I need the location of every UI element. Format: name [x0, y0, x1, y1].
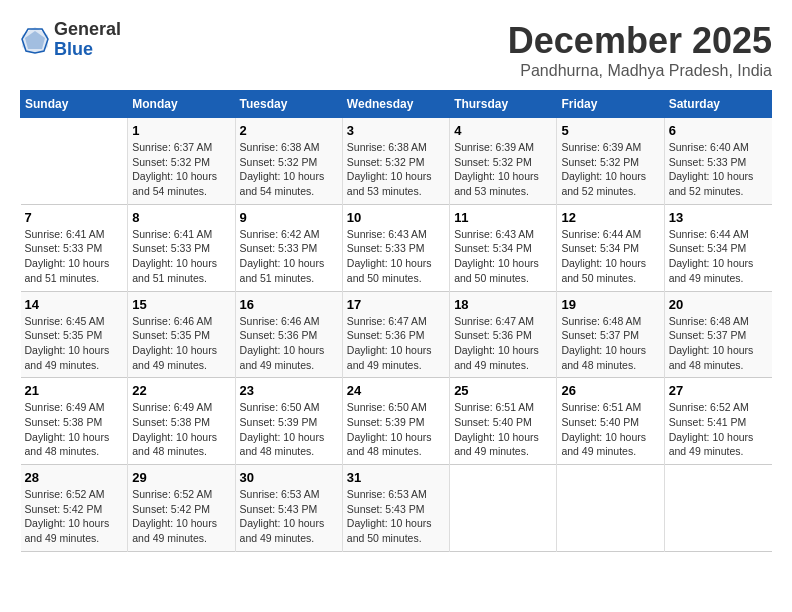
day-info: Sunrise: 6:44 AMSunset: 5:34 PMDaylight:…: [561, 227, 659, 286]
day-info: Sunrise: 6:47 AMSunset: 5:36 PMDaylight:…: [347, 314, 445, 373]
calendar-cell: [450, 465, 557, 552]
day-info: Sunrise: 6:47 AMSunset: 5:36 PMDaylight:…: [454, 314, 552, 373]
calendar-cell: 2Sunrise: 6:38 AMSunset: 5:32 PMDaylight…: [235, 118, 342, 205]
calendar-cell: 24Sunrise: 6:50 AMSunset: 5:39 PMDayligh…: [342, 378, 449, 465]
calendar-week-row: 14Sunrise: 6:45 AMSunset: 5:35 PMDayligh…: [21, 291, 772, 378]
day-header-friday: Friday: [557, 91, 664, 118]
day-info: Sunrise: 6:50 AMSunset: 5:39 PMDaylight:…: [347, 400, 445, 459]
day-number: 19: [561, 297, 659, 312]
day-number: 29: [132, 470, 230, 485]
day-number: 30: [240, 470, 338, 485]
calendar-cell: 26Sunrise: 6:51 AMSunset: 5:40 PMDayligh…: [557, 378, 664, 465]
day-header-monday: Monday: [128, 91, 235, 118]
day-number: 27: [669, 383, 768, 398]
day-info: Sunrise: 6:51 AMSunset: 5:40 PMDaylight:…: [561, 400, 659, 459]
day-info: Sunrise: 6:48 AMSunset: 5:37 PMDaylight:…: [669, 314, 768, 373]
day-info: Sunrise: 6:41 AMSunset: 5:33 PMDaylight:…: [132, 227, 230, 286]
calendar-cell: 5Sunrise: 6:39 AMSunset: 5:32 PMDaylight…: [557, 118, 664, 205]
day-info: Sunrise: 6:39 AMSunset: 5:32 PMDaylight:…: [454, 140, 552, 199]
logo-icon: [20, 25, 50, 55]
day-info: Sunrise: 6:37 AMSunset: 5:32 PMDaylight:…: [132, 140, 230, 199]
calendar-cell: 21Sunrise: 6:49 AMSunset: 5:38 PMDayligh…: [21, 378, 128, 465]
day-number: 4: [454, 123, 552, 138]
day-header-sunday: Sunday: [21, 91, 128, 118]
day-number: 8: [132, 210, 230, 225]
calendar-cell: 6Sunrise: 6:40 AMSunset: 5:33 PMDaylight…: [664, 118, 771, 205]
calendar-cell: 14Sunrise: 6:45 AMSunset: 5:35 PMDayligh…: [21, 291, 128, 378]
day-info: Sunrise: 6:38 AMSunset: 5:32 PMDaylight:…: [240, 140, 338, 199]
calendar-cell: 28Sunrise: 6:52 AMSunset: 5:42 PMDayligh…: [21, 465, 128, 552]
day-info: Sunrise: 6:52 AMSunset: 5:42 PMDaylight:…: [132, 487, 230, 546]
day-number: 14: [25, 297, 124, 312]
day-info: Sunrise: 6:46 AMSunset: 5:35 PMDaylight:…: [132, 314, 230, 373]
day-number: 10: [347, 210, 445, 225]
day-number: 16: [240, 297, 338, 312]
calendar-cell: 11Sunrise: 6:43 AMSunset: 5:34 PMDayligh…: [450, 204, 557, 291]
calendar-cell: 7Sunrise: 6:41 AMSunset: 5:33 PMDaylight…: [21, 204, 128, 291]
calendar-cell: 3Sunrise: 6:38 AMSunset: 5:32 PMDaylight…: [342, 118, 449, 205]
day-info: Sunrise: 6:40 AMSunset: 5:33 PMDaylight:…: [669, 140, 768, 199]
day-number: 22: [132, 383, 230, 398]
day-number: 26: [561, 383, 659, 398]
day-info: Sunrise: 6:48 AMSunset: 5:37 PMDaylight:…: [561, 314, 659, 373]
logo-blue: Blue: [54, 39, 93, 59]
day-number: 7: [25, 210, 124, 225]
day-info: Sunrise: 6:44 AMSunset: 5:34 PMDaylight:…: [669, 227, 768, 286]
day-info: Sunrise: 6:51 AMSunset: 5:40 PMDaylight:…: [454, 400, 552, 459]
calendar-week-row: 21Sunrise: 6:49 AMSunset: 5:38 PMDayligh…: [21, 378, 772, 465]
day-info: Sunrise: 6:42 AMSunset: 5:33 PMDaylight:…: [240, 227, 338, 286]
day-number: 15: [132, 297, 230, 312]
day-info: Sunrise: 6:45 AMSunset: 5:35 PMDaylight:…: [25, 314, 124, 373]
day-number: 24: [347, 383, 445, 398]
day-info: Sunrise: 6:41 AMSunset: 5:33 PMDaylight:…: [25, 227, 124, 286]
day-number: 17: [347, 297, 445, 312]
calendar-cell: 25Sunrise: 6:51 AMSunset: 5:40 PMDayligh…: [450, 378, 557, 465]
month-title: December 2025: [508, 20, 772, 62]
page-header: General Blue December 2025 Pandhurna, Ma…: [20, 20, 772, 80]
calendar-cell: 9Sunrise: 6:42 AMSunset: 5:33 PMDaylight…: [235, 204, 342, 291]
calendar-cell: 13Sunrise: 6:44 AMSunset: 5:34 PMDayligh…: [664, 204, 771, 291]
day-number: 2: [240, 123, 338, 138]
day-number: 12: [561, 210, 659, 225]
day-info: Sunrise: 6:53 AMSunset: 5:43 PMDaylight:…: [347, 487, 445, 546]
calendar-cell: 18Sunrise: 6:47 AMSunset: 5:36 PMDayligh…: [450, 291, 557, 378]
logo: General Blue: [20, 20, 121, 60]
day-number: 9: [240, 210, 338, 225]
logo-general: General: [54, 19, 121, 39]
day-info: Sunrise: 6:38 AMSunset: 5:32 PMDaylight:…: [347, 140, 445, 199]
calendar-cell: 23Sunrise: 6:50 AMSunset: 5:39 PMDayligh…: [235, 378, 342, 465]
calendar-cell: 4Sunrise: 6:39 AMSunset: 5:32 PMDaylight…: [450, 118, 557, 205]
day-number: 25: [454, 383, 552, 398]
day-header-saturday: Saturday: [664, 91, 771, 118]
day-info: Sunrise: 6:39 AMSunset: 5:32 PMDaylight:…: [561, 140, 659, 199]
calendar-cell: 8Sunrise: 6:41 AMSunset: 5:33 PMDaylight…: [128, 204, 235, 291]
calendar-cell: 19Sunrise: 6:48 AMSunset: 5:37 PMDayligh…: [557, 291, 664, 378]
calendar-cell: 1Sunrise: 6:37 AMSunset: 5:32 PMDaylight…: [128, 118, 235, 205]
calendar-cell: [664, 465, 771, 552]
calendar-cell: 17Sunrise: 6:47 AMSunset: 5:36 PMDayligh…: [342, 291, 449, 378]
calendar-week-row: 1Sunrise: 6:37 AMSunset: 5:32 PMDaylight…: [21, 118, 772, 205]
day-number: 28: [25, 470, 124, 485]
calendar-cell: 20Sunrise: 6:48 AMSunset: 5:37 PMDayligh…: [664, 291, 771, 378]
day-number: 6: [669, 123, 768, 138]
title-block: December 2025 Pandhurna, Madhya Pradesh,…: [508, 20, 772, 80]
day-header-wednesday: Wednesday: [342, 91, 449, 118]
calendar-cell: 10Sunrise: 6:43 AMSunset: 5:33 PMDayligh…: [342, 204, 449, 291]
day-info: Sunrise: 6:46 AMSunset: 5:36 PMDaylight:…: [240, 314, 338, 373]
calendar-cell: 29Sunrise: 6:52 AMSunset: 5:42 PMDayligh…: [128, 465, 235, 552]
day-info: Sunrise: 6:52 AMSunset: 5:42 PMDaylight:…: [25, 487, 124, 546]
calendar-cell: [557, 465, 664, 552]
day-info: Sunrise: 6:53 AMSunset: 5:43 PMDaylight:…: [240, 487, 338, 546]
calendar-cell: 22Sunrise: 6:49 AMSunset: 5:38 PMDayligh…: [128, 378, 235, 465]
calendar-cell: 30Sunrise: 6:53 AMSunset: 5:43 PMDayligh…: [235, 465, 342, 552]
day-info: Sunrise: 6:49 AMSunset: 5:38 PMDaylight:…: [132, 400, 230, 459]
day-info: Sunrise: 6:43 AMSunset: 5:34 PMDaylight:…: [454, 227, 552, 286]
day-info: Sunrise: 6:52 AMSunset: 5:41 PMDaylight:…: [669, 400, 768, 459]
day-info: Sunrise: 6:50 AMSunset: 5:39 PMDaylight:…: [240, 400, 338, 459]
calendar-cell: 15Sunrise: 6:46 AMSunset: 5:35 PMDayligh…: [128, 291, 235, 378]
day-number: 13: [669, 210, 768, 225]
calendar-cell: 16Sunrise: 6:46 AMSunset: 5:36 PMDayligh…: [235, 291, 342, 378]
day-header-thursday: Thursday: [450, 91, 557, 118]
calendar-cell: [21, 118, 128, 205]
day-number: 11: [454, 210, 552, 225]
